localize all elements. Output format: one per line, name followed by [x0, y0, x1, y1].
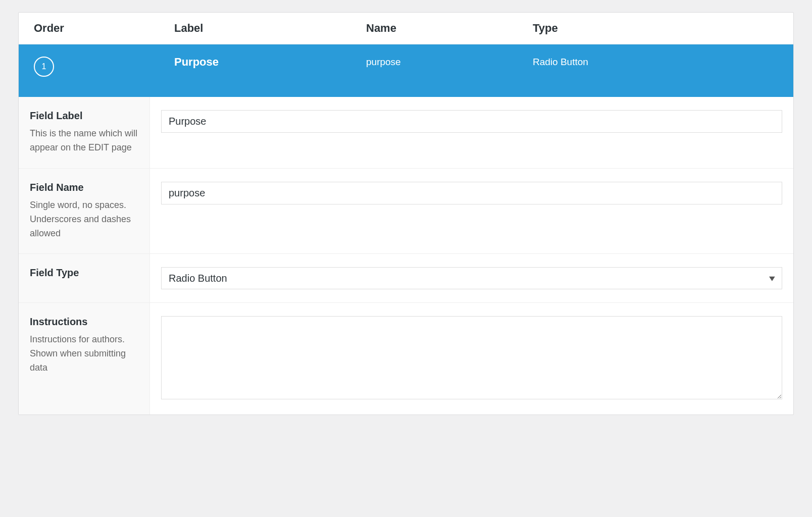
setting-title: Field Name [30, 182, 138, 193]
field-label-input[interactable] [161, 110, 782, 133]
setting-input-col: Radio Button [150, 254, 793, 302]
setting-label-col: Field Type [19, 254, 150, 302]
field-type-select[interactable]: Radio Button [161, 267, 782, 289]
setting-label-col: Field Label This is the name which will … [19, 97, 150, 168]
instructions-textarea[interactable] [161, 316, 782, 399]
setting-description: This is the name which will appear on th… [30, 127, 138, 155]
setting-input-col [150, 169, 793, 254]
setting-title: Instructions [30, 316, 138, 328]
column-header-type: Type [519, 22, 793, 35]
field-label-cell: Purpose [160, 54, 352, 69]
table-header-row: Order Label Name Type [19, 13, 793, 44]
setting-description: Instructions for authors. Shown when sub… [30, 333, 138, 375]
column-header-name: Name [352, 22, 519, 35]
field-group-table: Order Label Name Type 1 Purpose purpose … [18, 12, 794, 415]
select-wrapper: Radio Button [161, 267, 782, 289]
order-number: 1 [42, 62, 46, 71]
setting-row-field-name: Field Name Single word, no spaces. Under… [19, 169, 793, 254]
setting-row-field-label: Field Label This is the name which will … [19, 97, 793, 169]
setting-row-field-type: Field Type Radio Button [19, 254, 793, 303]
setting-title: Field Label [30, 110, 138, 122]
field-name-input[interactable] [161, 182, 782, 204]
setting-row-instructions: Instructions Instructions for authors. S… [19, 303, 793, 415]
field-row-selected[interactable]: 1 Purpose purpose Radio Button [19, 44, 793, 97]
setting-label-col: Field Name Single word, no spaces. Under… [19, 169, 150, 254]
setting-description: Single word, no spaces. Underscores and … [30, 198, 138, 241]
field-name-cell: purpose [352, 54, 519, 68]
column-header-order: Order [19, 22, 160, 35]
order-badge: 1 [34, 57, 54, 77]
setting-input-col [150, 97, 793, 168]
setting-input-col [150, 303, 793, 415]
setting-label-col: Instructions Instructions for authors. S… [19, 303, 150, 415]
field-type-cell: Radio Button [519, 54, 793, 68]
column-header-label: Label [160, 22, 352, 35]
setting-title: Field Type [30, 267, 138, 279]
